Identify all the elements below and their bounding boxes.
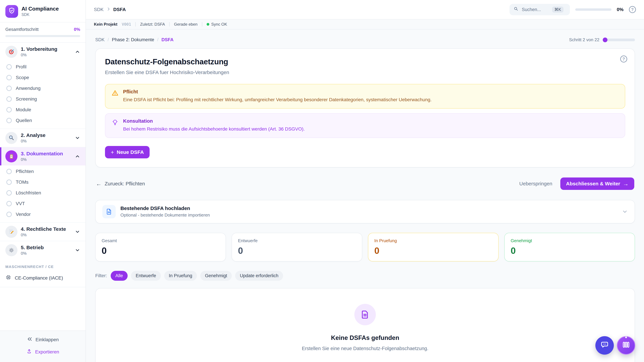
topbar-breadcrumb: SDK DSFA [94,7,126,12]
document-purple-icon [354,304,376,325]
section-progress: 0% [21,233,72,237]
app-logo [5,5,18,18]
page-breadcrumb: SDK / Phase 2: Dokumente / DSFA Schritt … [95,37,635,42]
upload-icon [26,349,32,355]
step-circle-icon [6,118,12,123]
divider [202,22,202,26]
finish-next-button[interactable]: Abschliessen & Weiter → [560,177,634,190]
filter-chip-in-pruefung[interactable]: In Pruefung [164,271,197,281]
app-title: AI Compliance [22,6,59,12]
filter-chip-entwuerfe[interactable]: Entwuerfe [131,271,161,281]
section-label: 1. Vorbereitung [21,46,72,52]
section-header-rechtliche-texte[interactable]: 4. Rechtliche Texte 0% [0,223,86,241]
sidebar-item-screening[interactable]: Screening [0,94,86,104]
last-edited: Zuletzt: DSFA [140,22,165,27]
card-help-icon[interactable]: ? [620,55,627,62]
sidebar-item-module[interactable]: Module [0,104,86,115]
topbar-progress-value: 0% [617,7,624,12]
breadcrumb-phase[interactable]: Phase 2: Dokumente [112,37,154,42]
search-box[interactable]: ⌘K [510,4,570,15]
sidebar-item-quellen[interactable]: Quellen [0,115,86,126]
upload-subtitle: Optional - bestehende Dokumente importie… [120,213,210,218]
upload-existing-dsfa-panel[interactable]: Bestehende DSFA hochladen Optional - bes… [95,200,635,223]
step-circle-icon [6,96,12,102]
kanban-fab-button[interactable] [617,336,635,355]
filter-chip-genehmigt[interactable]: Genehmigt [200,271,232,281]
step-progress-bar [603,38,635,41]
filter-chip-alle[interactable]: Alle [111,271,128,281]
sidebar-item-loeschfristen[interactable]: Löschfristen [0,188,86,198]
topbar-progress-bar [575,8,612,11]
filter-row: Filter: Alle Entwuerfe In Pruefung Geneh… [95,271,635,281]
chevron-down-icon [75,248,80,253]
sidebar-section-betrieb: 5. Betrieb 0% [0,241,86,259]
nav-right: Ueberspringen Abschliessen & Weiter → [519,177,634,190]
search-input[interactable] [521,7,550,12]
document-blue-icon [102,205,116,218]
chat-fab-button[interactable] [595,336,614,355]
sync-label: Sync OK [211,22,227,27]
sidebar-item-vvt[interactable]: VVT [0,198,86,209]
sidebar-item-profil[interactable]: Profil [0,61,86,72]
help-icon[interactable]: ? [629,6,636,13]
stat-card-gesamt: Gesamt 0 [95,233,226,261]
sidebar-item-ce-compliance[interactable]: CE-Compliance (IACE) [0,272,86,287]
section-header-dokumentation[interactable]: 3. Dokumentation 0% [0,147,86,165]
filter-label: Filter: [95,273,107,278]
topbar: SDK DSFA ⌘K 0% ? [86,0,644,19]
app-subtitle: SDK [22,12,59,17]
collapse-chevrons-icon [27,336,32,343]
chevron-up-icon [75,49,80,54]
collapse-label: Einklappen [36,337,59,343]
stat-card-entwuerfe: Entwuerfe 0 [232,233,362,261]
skip-button[interactable]: Ueberspringen [519,181,552,187]
step-circle-icon [6,64,12,69]
export-button[interactable]: Exportieren [0,349,86,355]
gear-icon [5,244,18,256]
chevron-down-icon [622,209,628,215]
sidebar-item-pflichten[interactable]: Pflichten [0,166,86,177]
sidebar-item-scope[interactable]: Scope [0,72,86,83]
section-header-betrieb[interactable]: 5. Betrieb 0% [0,241,86,259]
consultation-alert-title: Konsultation [123,118,305,124]
shield-check-icon [8,7,16,16]
sidebar-item-vendor[interactable]: Vendor [0,209,86,220]
stat-card-in-pruefung: In Pruefung 0 [368,233,498,261]
chevron-down-icon [75,135,80,141]
sidebar-item-anwendung[interactable]: Anwendung [0,83,86,94]
upload-title: Bestehende DSFA hochladen [120,205,210,211]
breadcrumb-root[interactable]: SDK [94,7,104,12]
breadcrumb-sdk[interactable]: SDK [95,37,105,42]
section-label: 2. Analyse [21,132,72,138]
app-identity: AI Compliance SDK [22,6,59,17]
magnifier-icon [5,132,18,144]
overall-progress: Gesamtfortschritt 0% [0,22,86,43]
sidebar-nav: 1. Vorbereitung 0% Profil Scope Anwendun… [0,43,86,259]
filter-chip-update-erforderlich[interactable]: Update erforderlich [235,271,283,281]
sidebar-section-analyse: 2. Analyse 0% [0,129,86,147]
clipboard-icon [5,150,18,162]
chevron-right-icon [106,7,111,12]
new-dsfa-button[interactable]: + Neue DSFA [105,146,150,158]
section-progress: 0% [21,139,72,143]
status-bar: Kein Projekt V001 Zuletzt: DSFA Gerade e… [86,19,644,29]
breadcrumb-separator: / [157,37,158,42]
section-header-analyse[interactable]: 2. Analyse 0% [0,129,86,147]
step-circle-icon [6,179,12,185]
main-area: SDK DSFA ⌘K 0% ? Kein Proj [86,0,644,362]
empty-state-subtitle: Erstellen Sie eine neue Datenschutz-Folg… [302,346,428,351]
warning-triangle-icon [111,89,119,103]
stat-card-genehmigt: Genehmigt 0 [504,233,635,261]
back-link[interactable]: ← Zurueck: Pflichten [96,181,145,187]
section-header-vorbereitung[interactable]: 1. Vorbereitung 0% [0,43,86,61]
keyboard-shortcut-badge: ⌘K [552,6,564,12]
sidebar-header: AI Compliance SDK [0,0,86,22]
step-circle-icon [6,212,12,217]
empty-state-title: Keine DSFAs gefunden [331,334,399,341]
collapse-sidebar-button[interactable]: Einklappen [0,336,86,343]
app-screen: AI Compliance SDK Gesamtfortschritt 0% 1… [0,0,644,362]
chevron-down-icon [75,229,80,234]
overall-progress-value: 0% [74,27,80,32]
sidebar-item-toms[interactable]: TOMs [0,177,86,188]
step-circle-icon [6,86,12,91]
